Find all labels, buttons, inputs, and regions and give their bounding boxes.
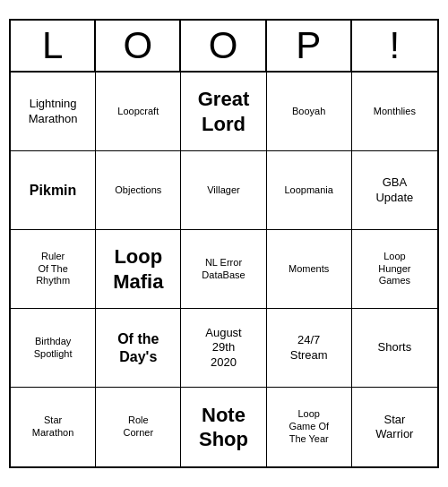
bingo-header: LOOP! bbox=[11, 21, 437, 73]
bingo-cell-6: Objections bbox=[96, 151, 181, 230]
bingo-cell-17: August 29th 2020 bbox=[181, 309, 266, 388]
header-letter-O: O bbox=[181, 21, 266, 71]
bingo-card: LOOP! Lightning MarathonLoopcraftGreat L… bbox=[9, 19, 439, 468]
bingo-cell-19: Shorts bbox=[352, 309, 437, 388]
bingo-cell-2: Great Lord bbox=[181, 73, 266, 151]
bingo-cell-5: Pikmin bbox=[11, 151, 96, 230]
bingo-grid: Lightning MarathonLoopcraftGreat LordBoo… bbox=[11, 73, 437, 466]
header-letter-P: P bbox=[267, 21, 352, 71]
bingo-cell-7: Villager bbox=[181, 151, 266, 230]
bingo-cell-3: Booyah bbox=[267, 73, 352, 151]
bingo-cell-18: 24/7 Stream bbox=[267, 309, 352, 388]
bingo-cell-24: Star Warrior bbox=[352, 388, 437, 466]
bingo-cell-21: Role Corner bbox=[96, 388, 181, 466]
bingo-cell-1: Loopcraft bbox=[96, 73, 181, 151]
bingo-cell-23: Loop Game Of The Year bbox=[267, 388, 352, 466]
bingo-cell-4: Monthlies bbox=[352, 73, 437, 151]
bingo-cell-16: Of the Day's bbox=[96, 309, 181, 388]
bingo-cell-8: Loopmania bbox=[267, 151, 352, 230]
bingo-cell-0: Lightning Marathon bbox=[11, 73, 96, 151]
bingo-cell-22: Note Shop bbox=[181, 388, 266, 466]
header-letter-O: O bbox=[96, 21, 181, 71]
header-letter-L: L bbox=[11, 21, 96, 71]
header-letter-!: ! bbox=[352, 21, 437, 71]
bingo-cell-10: Ruler Of The Rhythm bbox=[11, 230, 96, 309]
bingo-cell-11: Loop Mafia bbox=[96, 230, 181, 309]
bingo-cell-14: Loop Hunger Games bbox=[352, 230, 437, 309]
bingo-cell-15: Birthday Spotlight bbox=[11, 309, 96, 388]
bingo-cell-9: GBA Update bbox=[352, 151, 437, 230]
bingo-cell-13: Moments bbox=[267, 230, 352, 309]
bingo-cell-12: NL Error DataBase bbox=[181, 230, 266, 309]
bingo-cell-20: Star Marathon bbox=[11, 388, 96, 466]
